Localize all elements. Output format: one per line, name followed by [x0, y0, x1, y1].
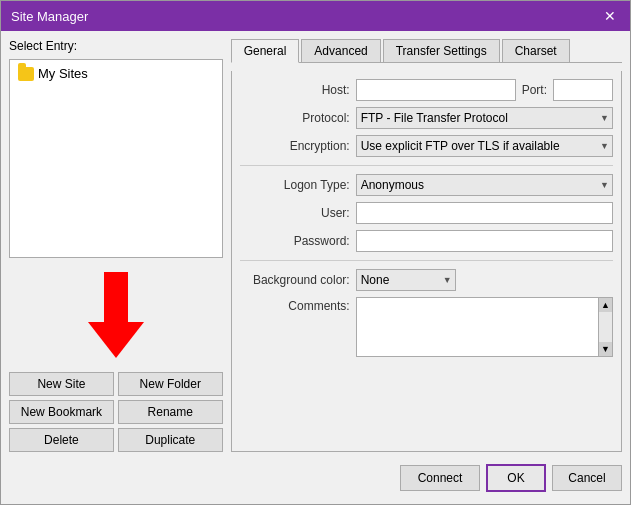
- new-site-button[interactable]: New Site: [9, 372, 114, 396]
- ok-button[interactable]: OK: [486, 464, 546, 492]
- comments-wrapper: ▲ ▼: [356, 297, 613, 357]
- main-content: Select Entry: My Sites New Sit: [9, 39, 622, 452]
- logon-type-label: Logon Type:: [240, 178, 350, 192]
- connect-button[interactable]: Connect: [400, 465, 480, 491]
- user-row: User:: [240, 202, 613, 224]
- bg-color-select-wrapper: None: [356, 269, 456, 291]
- close-button[interactable]: ✕: [600, 8, 620, 24]
- comments-scrollbar[interactable]: ▲ ▼: [598, 298, 612, 356]
- cancel-button[interactable]: Cancel: [552, 465, 622, 491]
- tree-item-label: My Sites: [38, 66, 88, 81]
- logon-type-select-wrapper: Anonymous: [356, 174, 613, 196]
- divider-1: [240, 165, 613, 166]
- bg-color-row: Background color: None: [240, 269, 613, 291]
- comments-textarea[interactable]: [357, 298, 598, 356]
- tab-transfer-settings[interactable]: Transfer Settings: [383, 39, 500, 62]
- title-bar: Site Manager ✕: [1, 1, 630, 31]
- logon-type-select[interactable]: Anonymous: [356, 174, 613, 196]
- scroll-down-button[interactable]: ▼: [599, 342, 612, 356]
- user-label: User:: [240, 206, 350, 220]
- arrow-container: [9, 272, 223, 358]
- password-label: Password:: [240, 234, 350, 248]
- comments-row: Comments: ▲ ▼: [240, 297, 613, 443]
- user-input[interactable]: [356, 202, 613, 224]
- comments-label: Comments:: [240, 297, 350, 313]
- footer: Connect OK Cancel: [9, 460, 622, 496]
- left-panel: Select Entry: My Sites New Sit: [9, 39, 223, 452]
- scroll-up-button[interactable]: ▲: [599, 298, 612, 312]
- divider-2: [240, 260, 613, 261]
- window-title: Site Manager: [11, 9, 88, 24]
- tree-item-my-sites[interactable]: My Sites: [14, 64, 218, 83]
- encryption-select-wrapper: Use explicit FTP over TLS if available: [356, 135, 613, 157]
- protocol-select[interactable]: FTP - File Transfer Protocol: [356, 107, 613, 129]
- down-arrow-icon: [88, 272, 144, 358]
- bg-color-label: Background color:: [240, 273, 350, 287]
- tab-advanced[interactable]: Advanced: [301, 39, 380, 62]
- encryption-label: Encryption:: [240, 139, 350, 153]
- tree-view[interactable]: My Sites: [9, 59, 223, 258]
- select-entry-label: Select Entry:: [9, 39, 223, 53]
- delete-button[interactable]: Delete: [9, 428, 114, 452]
- encryption-select[interactable]: Use explicit FTP over TLS if available: [356, 135, 613, 157]
- tab-general[interactable]: General: [231, 39, 300, 63]
- bg-color-select[interactable]: None: [356, 269, 456, 291]
- site-manager-window: Site Manager ✕ Select Entry: My Sites: [0, 0, 631, 505]
- folder-icon: [18, 67, 34, 81]
- password-input[interactable]: [356, 230, 613, 252]
- host-row: Host: Port:: [240, 79, 613, 101]
- password-row: Password:: [240, 230, 613, 252]
- port-label: Port:: [522, 83, 547, 97]
- right-panel: General Advanced Transfer Settings Chars…: [231, 39, 622, 452]
- tabs: General Advanced Transfer Settings Chars…: [231, 39, 622, 63]
- new-folder-button[interactable]: New Folder: [118, 372, 223, 396]
- protocol-select-wrapper: FTP - File Transfer Protocol: [356, 107, 613, 129]
- tab-charset[interactable]: Charset: [502, 39, 570, 62]
- new-bookmark-button[interactable]: New Bookmark: [9, 400, 114, 424]
- host-input[interactable]: [356, 79, 516, 101]
- window-body: Select Entry: My Sites New Sit: [1, 31, 630, 504]
- protocol-row: Protocol: FTP - File Transfer Protocol: [240, 107, 613, 129]
- logon-type-row: Logon Type: Anonymous: [240, 174, 613, 196]
- button-grid: New Site New Folder New Bookmark Rename …: [9, 372, 223, 452]
- port-input[interactable]: [553, 79, 613, 101]
- host-label: Host:: [240, 83, 350, 97]
- duplicate-button[interactable]: Duplicate: [118, 428, 223, 452]
- encryption-row: Encryption: Use explicit FTP over TLS if…: [240, 135, 613, 157]
- rename-button[interactable]: Rename: [118, 400, 223, 424]
- protocol-label: Protocol:: [240, 111, 350, 125]
- tab-content-general: Host: Port: Protocol: FTP - File Transfe…: [231, 71, 622, 452]
